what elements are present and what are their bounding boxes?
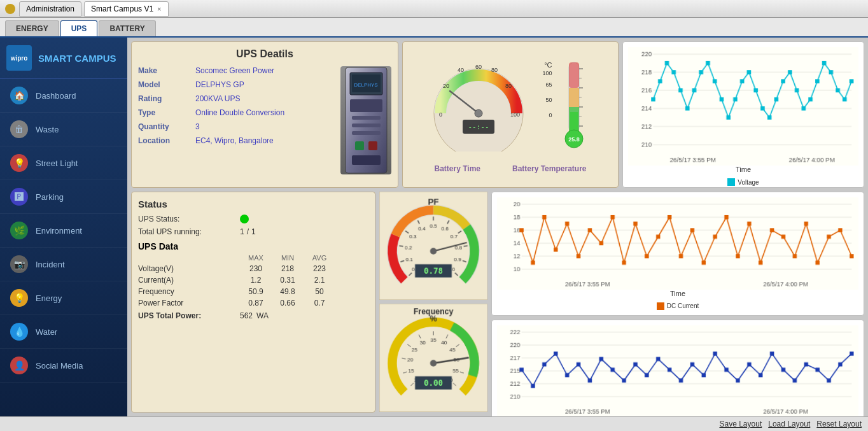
svg-text:80: 80 bbox=[491, 67, 498, 73]
svg-text:--:--: --:-- bbox=[468, 123, 489, 131]
data-col-avg: AVG bbox=[304, 254, 335, 262]
tab-battery[interactable]: BATTERY bbox=[99, 20, 155, 36]
status-gauges-container: Status UPS Status: Total UPS running: 1 … bbox=[131, 192, 487, 413]
total-running-row: Total UPS running: 1 / 1 bbox=[138, 227, 368, 236]
smart-tab-label: Smart Campus V1 bbox=[91, 4, 153, 13]
svg-text:40: 40 bbox=[458, 67, 464, 73]
svg-rect-6 bbox=[352, 124, 381, 127]
total-running-val1: 1 bbox=[240, 227, 244, 236]
ups-label-rating: Rating bbox=[138, 94, 195, 103]
sidebar-item-environment[interactable]: 🌿 Environment bbox=[0, 214, 127, 248]
ups-details-body: Make Socomec Green Power Model DELPHYS G… bbox=[138, 66, 391, 174]
svg-rect-25 bbox=[569, 88, 579, 107]
sidebar-item-social[interactable]: 👤 Social Media bbox=[0, 349, 127, 383]
admin-tab[interactable]: Administration bbox=[19, 1, 81, 17]
voltage-chart-title: Time bbox=[628, 166, 858, 173]
total-power-unit: WA bbox=[256, 311, 269, 320]
right-charts: Time DC Current Time AC Voltage bbox=[491, 192, 864, 413]
table-row: Current(A)1.20.312.1 bbox=[138, 276, 368, 285]
sidebar: wipro SMART CAMPUS 🏠 Dashboard 🗑 Waste 💡… bbox=[0, 38, 127, 416]
ups-label-model: Model bbox=[138, 80, 195, 89]
load-layout-button[interactable]: Load Layout bbox=[768, 420, 810, 428]
title-bar: Administration Smart Campus V1 × bbox=[0, 0, 868, 18]
status-title: Status bbox=[138, 199, 368, 209]
total-running-label: Total UPS running: bbox=[138, 227, 240, 236]
save-layout-button[interactable]: Save Layout bbox=[720, 420, 762, 428]
app-icon bbox=[5, 4, 15, 14]
voltage-chart-legend: Voltage bbox=[628, 178, 858, 186]
svg-text:100: 100 bbox=[510, 111, 520, 118]
ups-label-location: Location bbox=[138, 136, 195, 145]
ups-value-rating: 200KVA UPS bbox=[195, 94, 241, 103]
svg-text:DELPHYS: DELPHYS bbox=[354, 82, 377, 88]
sidebar-label-energy: Energy bbox=[36, 293, 62, 303]
close-tab-button[interactable]: × bbox=[157, 5, 161, 13]
ups-details-panel: UPS Deatils Make Socomec Green Power Mod… bbox=[131, 41, 398, 188]
voltage-legend-box bbox=[727, 178, 735, 186]
svg-text:80: 80 bbox=[505, 83, 512, 89]
ups-value-location: EC4, Wipro, Bangalore bbox=[195, 136, 274, 145]
sidebar-logo: wipro SMART CAMPUS bbox=[0, 38, 127, 79]
svg-text:20: 20 bbox=[443, 83, 449, 89]
total-power-val: 562 bbox=[240, 311, 253, 320]
reset-layout-button[interactable]: Reset Layout bbox=[816, 420, 862, 428]
ups-image: DELPHYS bbox=[340, 66, 391, 174]
sidebar-item-streetlight[interactable]: 💡 Street Light bbox=[0, 146, 127, 180]
svg-text:60: 60 bbox=[475, 64, 482, 70]
sidebar-item-water[interactable]: 💧 Water bbox=[0, 315, 127, 349]
svg-rect-10 bbox=[352, 155, 381, 165]
sidebar-label-waste: Waste bbox=[36, 125, 59, 134]
sidebar-item-energy[interactable]: 💡 Energy bbox=[0, 281, 127, 315]
dc-legend-box bbox=[657, 302, 664, 310]
ups-field-type: Type Online Double Conversion bbox=[138, 108, 334, 117]
ups-total-row: UPS Total Power: 562 WA bbox=[138, 311, 368, 320]
sidebar-item-dashboard[interactable]: 🏠 Dashboard bbox=[0, 79, 127, 113]
sidebar-label-dashboard: Dashboard bbox=[36, 91, 76, 101]
status-panel: Status UPS Status: Total UPS running: 1 … bbox=[131, 192, 375, 413]
svg-point-20 bbox=[475, 110, 482, 117]
nav-tabs: ENERGY UPS BATTERY bbox=[0, 18, 868, 38]
svg-rect-4 bbox=[350, 99, 382, 112]
app-container: ENERGY UPS BATTERY wipro SMART CAMPUS 🏠 … bbox=[0, 18, 868, 431]
voltage-legend-label: Voltage bbox=[738, 179, 759, 186]
ac-voltage-canvas bbox=[497, 325, 858, 416]
sidebar-label-water: Water bbox=[36, 327, 57, 337]
table-row: Frequency50.949.850 bbox=[138, 287, 368, 296]
sidebar-item-waste[interactable]: 🗑 Waste bbox=[0, 113, 127, 146]
battery-panel: 0 20 40 60 80 80 100 bbox=[402, 41, 619, 188]
social-icon: 👤 bbox=[10, 357, 28, 374]
body-container: wipro SMART CAMPUS 🏠 Dashboard 🗑 Waste 💡… bbox=[0, 38, 868, 416]
svg-rect-9 bbox=[368, 141, 377, 150]
ups-value-make: Socomec Green Power bbox=[195, 66, 274, 75]
sidebar-item-parking[interactable]: 🅿 Parking bbox=[0, 180, 127, 214]
dc-legend-label: DC Current bbox=[667, 302, 699, 309]
ups-field-make: Make Socomec Green Power bbox=[138, 66, 334, 75]
battery-temp-label: Battery Temperature bbox=[512, 164, 586, 173]
dc-current-chart-panel: Time DC Current bbox=[491, 192, 864, 316]
dashboard-icon: 🏠 bbox=[10, 87, 28, 104]
data-header: MAX MIN AVG bbox=[138, 254, 368, 262]
parking-icon: 🅿 bbox=[10, 188, 28, 206]
total-running-val2: 1 bbox=[251, 227, 256, 236]
ups-field-quantity: Quantity 3 bbox=[138, 122, 334, 131]
tab-ups[interactable]: UPS bbox=[60, 20, 98, 36]
smart-tab[interactable]: Smart Campus V1 × bbox=[84, 1, 168, 17]
ac-voltage-chart-panel: Time AC Voltage bbox=[491, 320, 864, 416]
water-icon: 💧 bbox=[10, 323, 28, 341]
tab-energy[interactable]: ENERGY bbox=[5, 20, 59, 36]
sidebar-item-incident[interactable]: 📷 Incident bbox=[0, 248, 127, 281]
svg-text:0: 0 bbox=[439, 111, 442, 118]
ups-value-quantity: 3 bbox=[195, 122, 200, 131]
ups-data-title: UPS Data bbox=[138, 241, 178, 251]
sidebar-label-incident: Incident bbox=[36, 260, 65, 269]
table-row: Voltage(V)230218223 bbox=[138, 264, 368, 273]
logo-box: wipro bbox=[6, 45, 32, 71]
data-col-empty bbox=[138, 254, 240, 262]
dc-current-canvas bbox=[497, 197, 858, 290]
incident-icon: 📷 bbox=[10, 255, 28, 273]
ups-field-model: Model DELPHYS GP bbox=[138, 80, 334, 89]
streetlight-icon: 💡 bbox=[10, 154, 28, 172]
bottom-bar: Save Layout Load Layout Reset Layout bbox=[0, 416, 868, 431]
battery-temp-gauge: °C 100 65 50 0 bbox=[542, 56, 592, 158]
ups-value-type: Online Double Conversion bbox=[195, 108, 284, 117]
